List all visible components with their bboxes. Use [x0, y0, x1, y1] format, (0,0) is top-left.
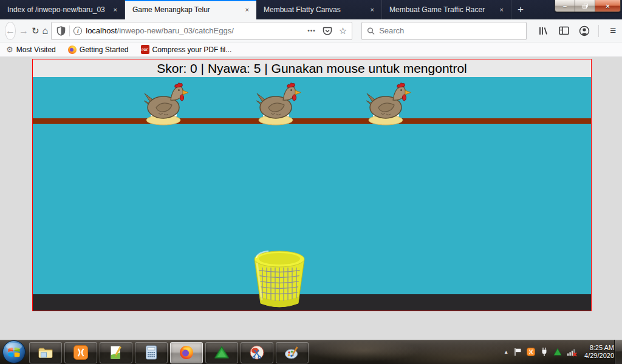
divider — [69, 25, 70, 36]
google-drive-tray-icon[interactable] — [553, 348, 562, 356]
tray-expand-icon[interactable]: ▲ — [504, 349, 508, 355]
notepad-icon — [108, 345, 124, 360]
minimize-button[interactable]: – — [555, 0, 575, 12]
page-content: Skor: 0 | Nyawa: 5 | Gunakan mouse untuk… — [0, 58, 622, 340]
toolbar-icons: ≡ — [535, 22, 621, 39]
url-actions: ••• ☆ — [307, 25, 347, 36]
action-center-flag-icon[interactable] — [513, 347, 522, 357]
search-bar[interactable] — [361, 22, 527, 40]
chicken-perch — [33, 118, 591, 124]
taskbar-app-xampp[interactable] — [64, 342, 97, 363]
hamburger-menu-icon[interactable]: ≡ — [604, 22, 621, 39]
bookmark-compress-pdf[interactable]: PDF Compress your PDF fil... — [141, 45, 232, 54]
pdf-icon: PDF — [141, 45, 149, 54]
network-status-icon[interactable] — [567, 347, 577, 357]
paint-icon — [284, 345, 300, 360]
tab-title: Game Menangkap Telur — [132, 5, 238, 14]
restore-icon — [583, 4, 588, 8]
account-icon[interactable] — [576, 22, 593, 39]
bookmark-label: Compress your PDF fil... — [152, 46, 232, 54]
windows-orb-icon — [2, 340, 26, 364]
bookmark-label: Getting Started — [80, 46, 129, 54]
xampp-icon — [73, 345, 89, 360]
bookmark-star-icon[interactable]: ☆ — [339, 25, 347, 36]
site-info-icon[interactable]: i — [73, 27, 82, 35]
xampp-tray-icon[interactable] — [527, 348, 535, 356]
windows-taskbar: ▲ — [0, 340, 622, 364]
google-drive-icon — [214, 345, 230, 360]
url-text[interactable]: localhost/inwepo-new/baru_03/catchEggs/ — [86, 26, 304, 35]
window-controls: – × — [555, 0, 621, 12]
tab-close-icon[interactable]: × — [497, 5, 506, 15]
tab-title: Membuat Flatty Canvas — [264, 5, 363, 14]
url-path: /inwepo-new/baru_03/catchEggs/ — [117, 26, 234, 35]
tab-title: Membuat Game Traffic Racer — [389, 5, 493, 14]
browser-nav-bar: ← → ↻ ⌂ i localhost/inwepo-new/baru_03/c… — [0, 19, 622, 42]
tab-close-icon[interactable]: × — [368, 5, 377, 15]
sidebar-toggle-icon[interactable] — [555, 22, 572, 39]
game-ground-strip — [33, 294, 591, 311]
tracking-shield-icon[interactable] — [56, 26, 66, 36]
bookmark-getting-started[interactable]: Getting Started — [68, 46, 129, 54]
game-status-strip: Skor: 0 | Nyawa: 5 | Gunakan mouse untuk… — [33, 59, 591, 77]
gear-icon: ⚙ — [6, 45, 13, 54]
bookmark-most-visited[interactable]: ⚙ Most Visited — [6, 45, 56, 54]
tab-game-menangkap-telur[interactable]: Game Menangkap Telur × — [125, 0, 256, 19]
browser-tab-bar: Index of /inwepo-new/baru_03 × Game Mena… — [0, 0, 622, 19]
url-bar[interactable]: i localhost/inwepo-new/baru_03/catchEggs… — [51, 22, 352, 40]
tab-index-of-baru03[interactable]: Index of /inwepo-new/baru_03 × — [0, 0, 125, 19]
clock-time: 8:25 AM — [584, 344, 614, 352]
chicken-sprite — [363, 82, 411, 126]
desktop-screen: Index of /inwepo-new/baru_03 × Game Mena… — [0, 0, 622, 364]
taskbar-app-google-drive[interactable] — [205, 342, 238, 363]
taskbar-clock[interactable]: 8:25 AM 4/29/2020 — [584, 344, 614, 360]
taskbar-app-notepad-plus-plus[interactable] — [100, 342, 132, 363]
chicken-sprite — [253, 82, 301, 126]
active-tab-accent — [125, 0, 256, 1]
start-button[interactable] — [0, 340, 28, 364]
taskbar-app-firefox[interactable] — [170, 342, 203, 363]
game-canvas[interactable]: Skor: 0 | Nyawa: 5 | Gunakan mouse untuk… — [32, 59, 592, 311]
tab-close-icon[interactable]: × — [111, 5, 120, 15]
tab-membuat-flatty-canvas[interactable]: Membuat Flatty Canvas × — [256, 0, 382, 19]
firefox-icon — [68, 46, 77, 54]
power-plug-icon[interactable] — [540, 347, 549, 357]
tab-membuat-game-traffic-racer[interactable]: Membuat Game Traffic Racer × — [382, 0, 511, 19]
taskbar-app-paint[interactable] — [276, 342, 309, 363]
forward-button[interactable]: → — [19, 25, 29, 36]
url-host: localhost — [86, 26, 117, 35]
search-icon — [367, 27, 375, 35]
system-tray: ▲ — [504, 340, 614, 364]
clock-date: 4/29/2020 — [584, 352, 614, 360]
pocket-icon[interactable] — [323, 26, 332, 36]
tab-close-icon[interactable]: × — [243, 5, 251, 15]
bookmarks-bar: ⚙ Most Visited Getting Started PDF Compr… — [0, 42, 622, 57]
close-button[interactable]: × — [595, 0, 620, 12]
library-icon[interactable] — [535, 22, 552, 39]
show-desktop-button[interactable] — [614, 340, 622, 364]
taskbar-app-calculator[interactable] — [135, 342, 168, 363]
calculator-icon — [143, 345, 159, 360]
bookmark-label: Most Visited — [16, 46, 56, 54]
game-status-text: Skor: 0 | Nyawa: 5 | Gunakan mouse untuk… — [157, 61, 467, 76]
divider — [598, 25, 599, 37]
reload-button[interactable]: ↻ — [32, 25, 39, 36]
chicken-sprite — [140, 82, 189, 126]
home-button[interactable]: ⌂ — [43, 25, 49, 36]
back-button[interactable]: ← — [5, 22, 16, 40]
taskbar-app-windows-explorer[interactable] — [29, 342, 62, 363]
egg-basket-sprite[interactable] — [251, 249, 307, 310]
search-input[interactable] — [379, 26, 521, 35]
snipping-tool-icon — [249, 345, 265, 360]
page-actions-icon[interactable]: ••• — [307, 27, 316, 34]
taskbar-app-snipping-tool[interactable] — [241, 342, 273, 363]
tab-title: Index of /inwepo-new/baru_03 — [7, 5, 106, 14]
new-tab-button[interactable]: + — [511, 0, 530, 19]
firefox-icon — [179, 345, 194, 360]
explorer-icon — [38, 345, 53, 360]
restore-button[interactable] — [575, 0, 595, 12]
